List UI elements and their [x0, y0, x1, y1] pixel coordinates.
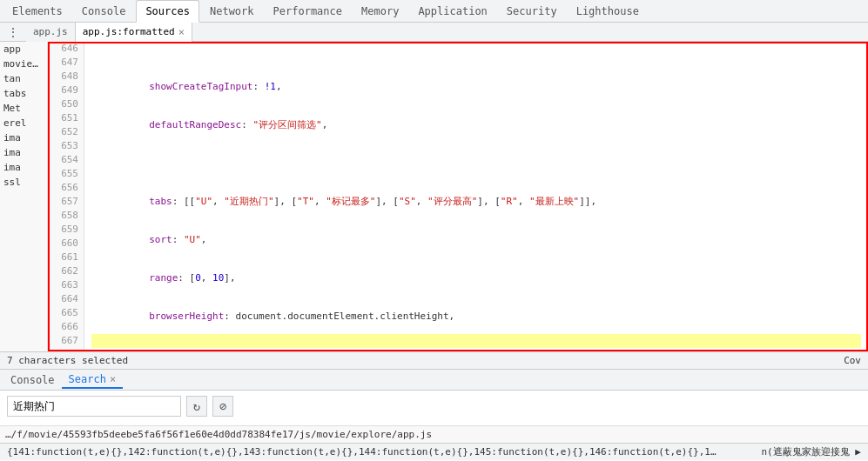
- console-status-bar: {141:function(t,e){},142:function(t,e){}…: [0, 443, 868, 460]
- code-line-649: tabs: [["U", "近期热门"], ["T", "标记最多"], ["S…: [91, 181, 861, 195]
- clear-button[interactable]: ⊘: [212, 396, 233, 417]
- bottom-panel-tabs: Console Search ×: [0, 370, 868, 391]
- sidebar-item-met[interactable]: Met: [0, 101, 47, 116]
- sidebar-toggle-icon[interactable]: ⋮: [0, 23, 26, 42]
- main-layout: app movie.do tan tabs Met erel ima ima i…: [0, 42, 868, 351]
- code-line-648: tag_categories: [["全部形式", "电影", "电视剧", "…: [91, 143, 861, 157]
- code-container: 646 647 648 649 650 651 652 653 654 655 …: [48, 42, 868, 351]
- file-tab-bar: ⋮ app.js app.js:formatted ×: [0, 23, 868, 42]
- code-content: showCreateTagInput: !1, defaultRangeDesc…: [84, 42, 868, 351]
- status-bar: 7 characters selected Cov: [0, 351, 868, 369]
- console-status-left: {141:function(t,e){},142:function(t,e){}…: [7, 446, 721, 458]
- sidebar-item-erel[interactable]: erel: [0, 116, 47, 130]
- code-editor[interactable]: 646 647 648 649 650 651 652 653 654 655 …: [48, 42, 868, 351]
- sidebar-item-ima2[interactable]: ima: [0, 145, 47, 160]
- coverage-label: Cov: [844, 355, 861, 366]
- tab-elements[interactable]: Elements: [3, 0, 71, 23]
- line-numbers: 646 647 648 649 650 651 652 653 654 655 …: [48, 42, 84, 351]
- top-tab-bar: Elements Console Sources Network Perform…: [0, 0, 868, 23]
- tab-console-label: Console: [10, 374, 55, 386]
- code-line-653: yearMap: {: [91, 334, 861, 348]
- sidebar-item-ssl[interactable]: ssl: [0, 175, 47, 190]
- tab-search-label: Search: [69, 373, 106, 385]
- code-line-646: showCreateTagInput: !1,: [91, 66, 861, 80]
- tab-security[interactable]: Security: [498, 0, 566, 23]
- file-tab-appjs-formatted[interactable]: app.js:formatted ×: [76, 23, 192, 42]
- refresh-button[interactable]: ↻: [186, 396, 207, 417]
- sidebar-item-ima1[interactable]: ima: [0, 130, 47, 145]
- tab-lighthouse[interactable]: Lighthouse: [568, 0, 648, 23]
- code-line-652: browserHeight: document.documentElement.…: [91, 296, 861, 310]
- file-tab-appjs-formatted-label: app.js:formatted: [83, 26, 175, 37]
- selected-text-status: 7 characters selected: [7, 355, 128, 366]
- sidebar-item-tan[interactable]: tan: [0, 71, 47, 86]
- tab-console[interactable]: Console: [73, 0, 135, 23]
- file-sidebar: app movie.do tan tabs Met erel ima ima i…: [0, 42, 48, 351]
- close-icon[interactable]: ×: [178, 26, 185, 38]
- sidebar-item-ima3[interactable]: ima: [0, 160, 47, 175]
- tab-performance[interactable]: Performance: [265, 0, 351, 23]
- close-search-icon[interactable]: ×: [110, 373, 116, 385]
- sidebar-item-tabs[interactable]: tabs: [0, 86, 47, 101]
- url-text: …/f/movie/45593fb5deebe5fa6f56f1e60e4d0d…: [5, 429, 432, 440]
- console-status-right: n(遮蔽鬼家族迎接鬼 ▶: [762, 445, 862, 458]
- tab-application[interactable]: Application: [409, 0, 495, 23]
- code-line-650: sort: "U",: [91, 219, 861, 233]
- tab-sources[interactable]: Sources: [136, 0, 199, 23]
- tab-network[interactable]: Network: [201, 0, 263, 23]
- sidebar-item-app[interactable]: app: [0, 42, 47, 57]
- sidebar-item-movie[interactable]: movie.do: [0, 57, 47, 71]
- file-tab-appjs[interactable]: app.js: [26, 23, 76, 42]
- tab-search-bottom[interactable]: Search ×: [62, 371, 124, 389]
- bottom-panel: Console Search × ↻ ⊘ …/f/movie/45593fb5d…: [0, 369, 868, 461]
- search-input[interactable]: [7, 396, 181, 417]
- search-panel: ↻ ⊘: [0, 391, 868, 425]
- code-line-651: range: [0, 10],: [91, 257, 861, 271]
- tab-memory[interactable]: Memory: [353, 0, 407, 23]
- url-bar: …/f/movie/45593fb5deebe5fa6f56f1e60e4d0d…: [0, 425, 868, 443]
- search-input-row: ↻ ⊘: [7, 396, 861, 417]
- code-line-647: defaultRangeDesc: "评分区间筛选",: [91, 104, 861, 118]
- file-tab-appjs-label: app.js: [33, 26, 68, 37]
- tab-console-bottom[interactable]: Console: [3, 372, 62, 388]
